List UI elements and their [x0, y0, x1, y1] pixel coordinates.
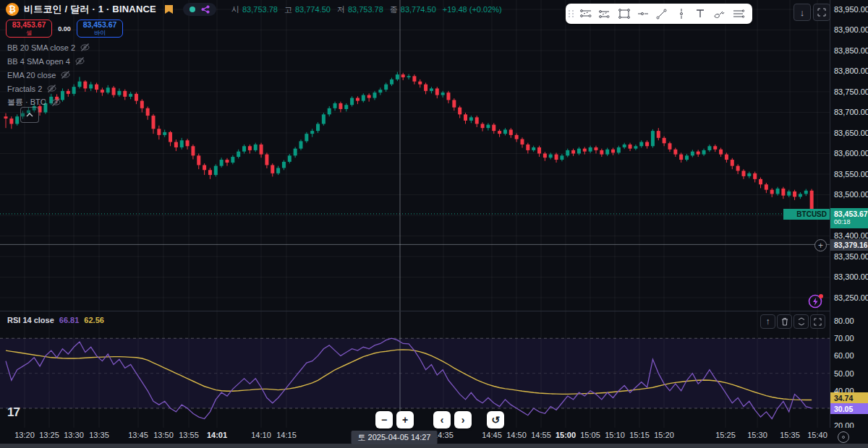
time-axis-label: 15:30: [747, 431, 767, 439]
close-label: 종: [390, 4, 398, 15]
time-axis-label: 15:40: [807, 431, 827, 439]
indicator-row[interactable]: EMA 20 close: [7, 68, 90, 82]
trend-line-tool-icon[interactable]: [652, 5, 671, 22]
indicator-row[interactable]: 볼륨 · BTC: [7, 95, 90, 109]
eye-hidden-icon[interactable]: [46, 84, 57, 93]
time-axis-label: 15:20: [654, 431, 674, 439]
collapse-icon: [798, 317, 805, 326]
indicator-row[interactable]: BB 20 SMA close 2: [7, 40, 90, 54]
time-axis-label: 14:10: [251, 431, 271, 439]
price-axis-label: 83,900.00: [830, 25, 868, 34]
time-axis-label: 13:30: [64, 431, 84, 439]
indicator-row[interactable]: Fractals 2: [7, 82, 90, 95]
time-axis-label: 13:50: [153, 431, 174, 439]
eye-hidden-icon[interactable]: [51, 98, 61, 107]
trading-chart-window: ₿ 비트코인 / 달러 · 1 · BINANCE 시 83,753.78 고 …: [0, 0, 868, 448]
time-axis-label: 14:01: [207, 431, 227, 439]
share-icon[interactable]: [201, 5, 210, 14]
pane-separator[interactable]: [0, 311, 830, 311]
low-label: 저: [337, 4, 345, 15]
chevron-up-icon: [26, 113, 33, 117]
sell-button[interactable]: 83,453.67 셀: [6, 20, 52, 38]
price-line-symbol-label: BTCUSD: [783, 209, 830, 220]
price-axis-label: 83,650.00: [830, 129, 868, 137]
rsi-legend-title: RSI 14 close: [7, 316, 54, 324]
sell-label: 셀: [26, 30, 32, 36]
bars-pattern-tool-icon[interactable]: [576, 5, 595, 22]
symbol-title[interactable]: 비트코인 / 달러 · 1 · BINANCE: [24, 3, 156, 16]
pane-delete-button[interactable]: [777, 314, 792, 329]
rsi-value: 66.81: [59, 316, 80, 324]
status-pill[interactable]: [183, 3, 216, 16]
scroll-right-button[interactable]: ›: [454, 411, 472, 428]
eye-hidden-icon[interactable]: [60, 70, 71, 79]
pane-collapse-button[interactable]: [793, 314, 809, 329]
eye-hidden-icon[interactable]: [75, 56, 85, 66]
vertical-line-tool-icon[interactable]: [672, 5, 691, 22]
time-axis-label: 13:35: [89, 431, 109, 439]
time-axis-label: 14:55: [531, 431, 551, 439]
zoom-in-button[interactable]: +: [396, 411, 414, 428]
rsi-indicator-chart[interactable]: [0, 311, 830, 428]
main-candlestick-chart[interactable]: [0, 0, 830, 311]
pane-maximize-button[interactable]: [810, 314, 825, 329]
price-axis[interactable]: 83,453.67 00:18 83,379.16 34.74 30.05 83…: [830, 0, 868, 428]
price-axis-label: 83,550.00: [830, 170, 868, 178]
rsi-axis-label: 80.00: [830, 316, 868, 325]
price-axis-label: 83,300.00: [830, 272, 868, 281]
ohlc-row: 시 83,753.78 고 83,774.50 저 83,753.78 종 83…: [231, 4, 502, 15]
reset-chart-button[interactable]: ↺: [487, 411, 504, 428]
indicator-label: BB 4 SMA open 4: [7, 57, 70, 66]
eye-hidden-icon[interactable]: [80, 43, 90, 52]
price-axis-label: 83,250.00: [830, 293, 868, 302]
indicator-label: 볼륨 · BTC: [7, 97, 46, 108]
flag-icon[interactable]: [164, 4, 174, 14]
bitcoin-icon: ₿: [6, 3, 19, 16]
rsi-axis-label: 70.00: [830, 334, 868, 343]
tradingview-logo[interactable]: 17: [7, 405, 20, 420]
toolbar-drag-handle[interactable]: [569, 10, 574, 17]
forecast-tool-icon[interactable]: [595, 5, 614, 22]
add-alert-plus-icon[interactable]: +: [814, 239, 827, 251]
zoom-out-button[interactable]: −: [375, 411, 393, 428]
indicator-legend: BB 20 SMA close 2BB 4 SMA open 4EMA 20 c…: [7, 40, 90, 109]
price-axis-label: 83,600.00: [830, 149, 868, 158]
crosshair-price-tag: 83,379.16: [830, 239, 868, 251]
current-price-tag: 83,453.67 00:18: [830, 208, 868, 228]
time-axis-label: 15:15: [629, 431, 650, 439]
time-axis-label: 15:25: [715, 431, 736, 439]
instant-order-lightning-button[interactable]: [807, 292, 825, 309]
low-value: 83,753.78: [348, 5, 383, 14]
price-axis-label: 83,850.00: [830, 46, 868, 55]
brush-tool-icon[interactable]: [710, 5, 728, 22]
indicator-row[interactable]: BB 4 SMA open 4: [7, 54, 90, 68]
trash-icon: [781, 317, 788, 326]
chart-area[interactable]: [0, 0, 830, 428]
buy-button[interactable]: 83,453.67 바이: [77, 20, 123, 38]
symbol-header: ₿ 비트코인 / 달러 · 1 · BINANCE 시 83,753.78 고 …: [6, 3, 502, 16]
crosshair-time-tooltip: 토 2025-04-05 14:27: [352, 431, 438, 444]
rsi-legend[interactable]: RSI 14 close 66.81 62.56: [7, 316, 104, 324]
legend-collapse-button[interactable]: [20, 107, 39, 123]
buy-label: 바이: [94, 30, 106, 36]
scroll-left-button[interactable]: ‹: [433, 411, 451, 428]
parallel-channel-tool-icon[interactable]: [729, 5, 748, 22]
time-axis-label: 15:05: [580, 431, 600, 439]
arrow-up-icon: ↑: [766, 316, 770, 327]
chart-navigation: − + ‹ › ↺: [375, 411, 504, 428]
text-tool-icon[interactable]: [691, 5, 710, 22]
lightning-icon: [807, 292, 825, 309]
time-axis-label: 14:45: [482, 431, 502, 439]
fullscreen-button[interactable]: [813, 4, 830, 21]
horizontal-line-tool-icon[interactable]: [634, 5, 652, 22]
price-axis-label: 83,750.00: [830, 87, 868, 96]
time-axis-label: 13:25: [39, 431, 59, 439]
time-axis-label: 14:50: [506, 431, 527, 439]
crosshair-target-icon[interactable]: [838, 431, 849, 443]
candle-countdown: 00:18: [834, 218, 868, 225]
high-value: 83,774.50: [295, 5, 331, 14]
rectangle-tool-icon[interactable]: [615, 5, 634, 22]
pane-move-up-button[interactable]: ↑: [760, 314, 775, 329]
buy-price: 83,453.67: [83, 21, 117, 29]
download-button[interactable]: ↓: [793, 4, 811, 21]
